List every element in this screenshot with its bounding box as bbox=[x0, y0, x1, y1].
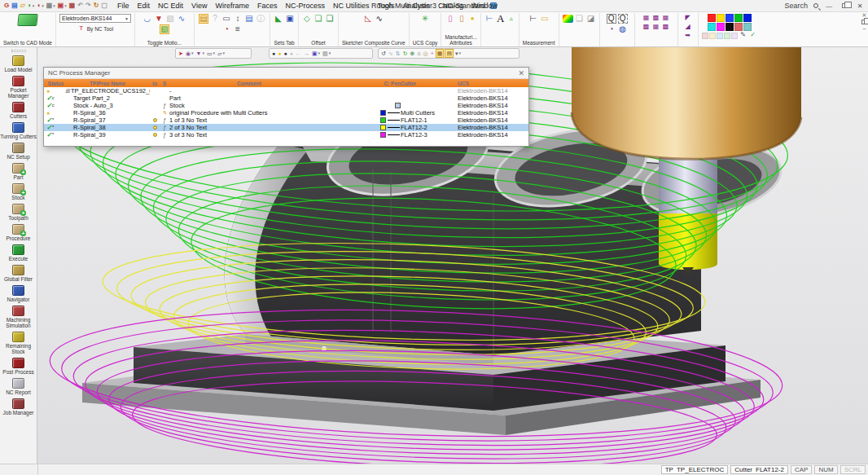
restore-button[interactable] bbox=[840, 2, 849, 10]
app-icon[interactable]: G bbox=[3, 2, 10, 9]
pm-row-r-spiral-38[interactable]: ✓*R-Spiral_38ƒ2 of 3 No TextFLAT12-2Elek… bbox=[44, 124, 528, 131]
sidebar-grip[interactable] bbox=[11, 50, 26, 52]
palette-pale-color-3[interactable] bbox=[724, 33, 730, 39]
palette-color-2[interactable] bbox=[726, 14, 734, 22]
search-icon[interactable] bbox=[813, 3, 818, 8]
motion-wave-icon[interactable]: ∿ bbox=[388, 49, 394, 58]
sim-pink-icon[interactable]: + bbox=[430, 49, 435, 58]
sidebar-item-stock[interactable]: +Stock bbox=[0, 183, 37, 200]
sidebar-item-pocket-manager[interactable]: Pocket Manager bbox=[0, 76, 37, 99]
pm-col-cutter[interactable]: Cutter bbox=[401, 81, 458, 86]
manufacturing-pocket-icon[interactable]: ▯ bbox=[445, 14, 455, 24]
pattern-rotate-icon[interactable]: ▦ bbox=[662, 14, 670, 22]
palette-color-0[interactable] bbox=[708, 14, 716, 22]
pm-col-c-pen[interactable]: C: Pen bbox=[329, 81, 401, 86]
measure-length-icon[interactable]: ⊢ bbox=[528, 14, 538, 24]
pm-col-s[interactable]: S bbox=[160, 81, 169, 86]
display-box-icon[interactable]: ▣▾ bbox=[311, 49, 321, 58]
sets-blue-icon[interactable]: ▣ bbox=[285, 14, 295, 24]
ruler-icon[interactable]: ▭ bbox=[540, 14, 550, 24]
menu-view[interactable]: View bbox=[187, 2, 211, 10]
menu-nc-edit[interactable]: NC Edit bbox=[154, 2, 187, 10]
toggle-blue-bulb-icon[interactable]: ◡ bbox=[142, 14, 152, 24]
pm-row-r-spiral-36[interactable]: ●R-Spiral_36✎original Procedure with Mul… bbox=[44, 109, 528, 117]
palette-pale-color-1[interactable] bbox=[709, 33, 716, 39]
rewind-icon[interactable]: ↺ bbox=[380, 49, 387, 58]
next-arrow-icon[interactable]: → bbox=[303, 49, 310, 58]
palette-pale-color-4[interactable] bbox=[731, 33, 738, 39]
sidebar-item-machining-simulation[interactable]: Machining Simulation bbox=[0, 306, 37, 328]
palette-color-4[interactable] bbox=[743, 14, 752, 22]
pick-window-icon[interactable]: ▭▾ bbox=[206, 49, 216, 58]
sidebar-item-cutters[interactable]: Cutters bbox=[0, 102, 37, 119]
sidebar-item-global-filter[interactable]: Global Filter bbox=[0, 265, 37, 282]
manufacturing-tool-icon[interactable]: ▯ bbox=[457, 14, 467, 24]
paste-arrow-icon[interactable]: ➥ bbox=[684, 32, 692, 40]
export-model-icon[interactable]: ◖▾ bbox=[36, 2, 44, 9]
composite-curve-icon[interactable]: ∿ bbox=[375, 14, 384, 24]
annotation-icon[interactable]: ▵ bbox=[507, 15, 515, 23]
sidebar-item-load-model[interactable]: Load Model bbox=[0, 55, 37, 73]
menu-catalog[interactable]: Catalog bbox=[434, 2, 467, 10]
gauge-icon[interactable]: ◔ bbox=[221, 24, 231, 34]
menu-file[interactable]: File bbox=[113, 2, 134, 10]
status-toggle-scrl[interactable]: SCRL bbox=[840, 465, 866, 474]
menu-edit[interactable]: Edit bbox=[134, 2, 155, 10]
pattern-box-icon[interactable]: ▦ bbox=[652, 23, 660, 31]
pattern-linear-icon[interactable]: ▩ bbox=[642, 23, 651, 31]
tool-selector-dropdown[interactable]: Elektroden-BKS144▼ bbox=[59, 14, 131, 23]
by-nc-tool-label[interactable]: By NC Tool bbox=[87, 26, 113, 32]
refresh-icon[interactable]: ↻ bbox=[93, 2, 100, 9]
open-folder-icon[interactable]: ▱ bbox=[20, 2, 26, 9]
process-list-icon[interactable]: ▤ bbox=[199, 14, 208, 24]
brush-icon[interactable]: ✓ bbox=[749, 31, 757, 39]
menu-analysis[interactable]: Analysis bbox=[399, 2, 435, 10]
list-settings-icon[interactable]: ≡ bbox=[233, 24, 243, 34]
update-icon[interactable]: ▩ bbox=[68, 2, 77, 9]
toggle-red-funnel-icon[interactable]: ▼ bbox=[154, 14, 164, 24]
grid-icon[interactable]: ▦▾ bbox=[46, 2, 56, 9]
offset-stack-icon[interactable]: ❏ bbox=[325, 14, 335, 24]
hide-all-bulb-icon[interactable]: ● bbox=[271, 49, 276, 58]
pick-filter-icon[interactable]: ▼▾ bbox=[195, 49, 205, 58]
status-toggle-num[interactable]: NUM bbox=[814, 465, 837, 474]
rainbow-analysis-icon[interactable] bbox=[563, 15, 573, 23]
sidebar-item-execute[interactable]: Execute bbox=[0, 244, 37, 262]
palette-color-8[interactable] bbox=[734, 23, 743, 31]
move-arrow-icon[interactable]: ◤ bbox=[684, 14, 692, 22]
palette-color-3[interactable] bbox=[734, 14, 743, 22]
bulb-dim-icon[interactable]: ● bbox=[289, 49, 294, 58]
sidebar-item-post-process[interactable]: Post Process bbox=[0, 358, 37, 375]
menu-faces[interactable]: Faces bbox=[253, 2, 282, 10]
ucs-copy-icon[interactable]: ✳ bbox=[420, 14, 430, 24]
sidebar-item-remaining-stock[interactable]: Remaining Stock bbox=[0, 332, 37, 354]
gauge-highlight-icon[interactable]: ▦ bbox=[436, 49, 445, 58]
sidebar-item-turning-cutters[interactable]: Turning Cutters bbox=[0, 122, 37, 139]
home-icon[interactable]: ⌂ bbox=[416, 49, 421, 58]
palette-color-5[interactable] bbox=[708, 23, 716, 31]
toggle-path-icon[interactable]: ∿ bbox=[177, 14, 186, 24]
ribbon-restore-icon[interactable] bbox=[861, 20, 867, 24]
globe-icon[interactable]: ⊕ bbox=[410, 49, 416, 58]
pm-row-target-part-2[interactable]: ✓cTarget Part_2PartElektroden-BKS14 bbox=[44, 95, 528, 102]
pm-close-icon[interactable]: ✕ bbox=[518, 69, 524, 77]
pm-title-bar[interactable]: NC Process Manager ✕ bbox=[44, 68, 528, 79]
sidebar-item-nc-setup[interactable]: NC Setup bbox=[0, 143, 37, 160]
ribbon-minimize-icon[interactable]: ‒ bbox=[863, 25, 866, 31]
pattern-copy-icon[interactable]: ▩ bbox=[662, 23, 670, 31]
pm-row-tp-electrode-ucs192-0-[interactable]: ●⊞TP_ELECTRODE_UCS192_0 (-Elektroden-BKS… bbox=[44, 87, 528, 95]
pm-col-status[interactable]: Status bbox=[44, 81, 65, 86]
sidebar-item-job-manager[interactable]: Job Manager bbox=[0, 398, 37, 416]
list-panel-icon[interactable]: ▤ bbox=[244, 14, 254, 24]
refresh-green-icon[interactable]: ↻ bbox=[402, 49, 409, 58]
manufacturing-bulb-icon[interactable]: ● bbox=[468, 15, 476, 23]
window-panel-icon[interactable]: ▭ bbox=[221, 14, 231, 24]
target-icon[interactable]: ◎ bbox=[423, 49, 429, 58]
pm-col-tp-proc-name[interactable]: TP/Proc Name bbox=[65, 81, 150, 86]
menu-tools[interactable]: Tools bbox=[374, 2, 399, 10]
prev-arrow-icon[interactable]: ← bbox=[295, 49, 302, 58]
ribbon-group-cad-mode[interactable]: Switch to CAD Mode bbox=[0, 13, 56, 46]
pm-col-comment[interactable]: Comment bbox=[169, 81, 329, 86]
menu-window[interactable]: Window bbox=[467, 2, 502, 10]
status-segment-tp[interactable]: TPTP_ELECTROC bbox=[661, 465, 728, 474]
